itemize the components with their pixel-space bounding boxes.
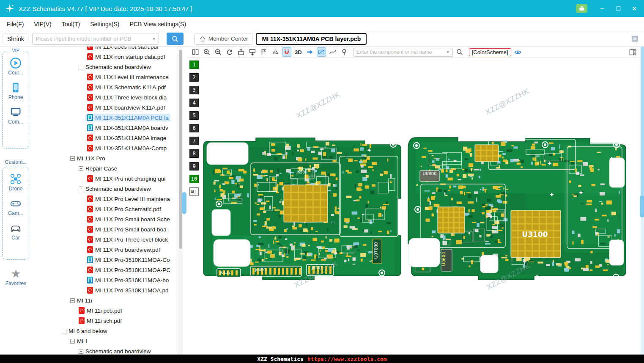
sidebar-item-gam[interactable]: Gam... bbox=[3, 197, 29, 216]
net-search-combobox[interactable]: ▼ bbox=[354, 48, 453, 57]
three-d-button[interactable]: 3D bbox=[293, 49, 303, 55]
tree-item[interactable]: MI 11X boardview K11A.pdf bbox=[32, 102, 178, 113]
sidebar-item-favorites[interactable]: ★ Favorites bbox=[0, 267, 32, 286]
member-center-button[interactable]: Member Center bbox=[195, 33, 253, 45]
tree-item[interactable]: −Schematic and boardview bbox=[32, 62, 178, 72]
tree-item[interactable]: MI 11X Pro Three level block bbox=[32, 234, 178, 245]
export-down-icon[interactable] bbox=[248, 47, 257, 57]
sidebar-item-car[interactable]: Car bbox=[3, 222, 29, 241]
zoom-in-icon[interactable] bbox=[202, 47, 211, 57]
model-search-input[interactable] bbox=[33, 36, 150, 42]
collapse-icon[interactable]: − bbox=[79, 65, 83, 69]
layer-button-9[interactable]: 9 bbox=[189, 162, 199, 170]
tree-item[interactable]: −Schematic and boardview bbox=[32, 184, 178, 194]
layer-button-5[interactable]: 5 bbox=[189, 111, 199, 120]
export-up-icon[interactable] bbox=[236, 47, 246, 57]
tree-item[interactable]: MI 11X-351K11AM0A boardv bbox=[32, 123, 178, 133]
tree-item[interactable]: MI 11X Pro Small board Sche bbox=[32, 214, 178, 224]
menu-item[interactable]: VIP(V) bbox=[29, 17, 56, 31]
net-search-input[interactable] bbox=[354, 49, 444, 55]
panel-toggle-icon[interactable] bbox=[628, 47, 637, 57]
layer-button-all[interactable]: ALL bbox=[189, 187, 199, 196]
tree-scrollbar-thumb[interactable] bbox=[179, 50, 182, 249]
tree-item[interactable]: MI 11X-351K11AM0A-Comp bbox=[32, 143, 178, 153]
tree-item[interactable]: MI 11X Pro Schematic.pdf bbox=[32, 204, 178, 214]
chevron-down-icon[interactable]: ▼ bbox=[150, 37, 159, 41]
layer-button-10[interactable]: 10 bbox=[189, 175, 199, 183]
viewer-scrollbar-thumb[interactable] bbox=[641, 47, 644, 207]
tree-item[interactable]: MI 11X Three level block dia bbox=[32, 92, 178, 102]
arrow-tool-icon[interactable] bbox=[305, 47, 315, 57]
collapse-icon[interactable]: − bbox=[79, 166, 83, 171]
search-button[interactable] bbox=[167, 33, 184, 45]
zoom-out-icon[interactable] bbox=[214, 47, 223, 57]
tree-item[interactable]: −MI 11X Pro bbox=[32, 153, 178, 163]
minimize-button[interactable]: − bbox=[597, 0, 607, 17]
flip-horizontal-icon[interactable] bbox=[271, 47, 280, 57]
layer-button-7[interactable]: 7 bbox=[189, 137, 199, 145]
layer-button-8[interactable]: 8 bbox=[189, 149, 199, 158]
collapse-icon[interactable]: − bbox=[70, 156, 75, 161]
eye-icon[interactable] bbox=[513, 47, 523, 57]
tree-item[interactable]: MI 11X Pro Level III maintena bbox=[32, 194, 178, 204]
refresh-icon[interactable] bbox=[225, 47, 234, 57]
layer-button-4[interactable]: 4 bbox=[189, 99, 199, 107]
tree-item[interactable]: MI 11X Pro-3510K11MOA-Co bbox=[32, 255, 178, 265]
pcb-canvas[interactable]: U3100U0800U0600U07000J6500J6400J6501J613… bbox=[187, 58, 641, 355]
vip-toolbox-icon[interactable] bbox=[576, 4, 587, 13]
collapse-icon[interactable]: − bbox=[79, 349, 83, 354]
sidebar-item-com[interactable]: Com... bbox=[3, 106, 29, 125]
curve-tool-icon[interactable] bbox=[328, 47, 337, 57]
layer-button-6[interactable]: 6 bbox=[189, 124, 199, 132]
menu-item[interactable]: Settings(S) bbox=[85, 17, 124, 31]
sidebar-item-drone[interactable]: Drone bbox=[3, 173, 29, 192]
tree-item[interactable]: −MI 11i bbox=[32, 295, 178, 305]
tree-item[interactable]: MI 11X Pro not charging qui bbox=[32, 173, 178, 184]
chevron-down-icon[interactable]: ▼ bbox=[444, 50, 452, 54]
collapse-icon[interactable]: − bbox=[70, 298, 75, 303]
tree-item[interactable]: MI 11X Pro Small board boa bbox=[32, 224, 178, 234]
close-button[interactable]: × bbox=[630, 0, 639, 17]
board-flip-icon[interactable] bbox=[317, 47, 326, 57]
tree-item[interactable]: MI 11X non startup data.pdf bbox=[32, 52, 178, 62]
tree-item[interactable]: −Repair Case bbox=[32, 163, 178, 173]
tree-item[interactable]: MI 11X Schematic K11A.pdf bbox=[32, 82, 178, 92]
menu-item[interactable]: File(F) bbox=[2, 17, 29, 31]
tree-item[interactable]: MI 11X-351K11AM0A PCB la bbox=[32, 113, 178, 123]
sidebar-item-cour[interactable]: Cour... bbox=[3, 57, 29, 76]
tree-item[interactable]: MI 11X Pro-3510K11MOA.pd bbox=[32, 285, 178, 295]
pan-tool-icon[interactable] bbox=[340, 47, 349, 57]
tree-item[interactable]: MI 11X Level III maintenance bbox=[32, 72, 178, 82]
collapse-icon[interactable]: − bbox=[70, 339, 75, 344]
tree-collapse-handle[interactable] bbox=[182, 192, 186, 214]
net-search-icon[interactable] bbox=[455, 47, 464, 57]
document-tab[interactable]: MI 11X-351K11AM0A PCB layer.pcb bbox=[256, 33, 367, 45]
tree-item[interactable]: MI 11X Pro-3510K11MOA-bo bbox=[32, 275, 178, 285]
flag-icon[interactable] bbox=[259, 47, 269, 57]
menu-item[interactable]: PCB View settings(S) bbox=[124, 17, 191, 31]
tree-item[interactable]: −Schematic and boardview bbox=[32, 346, 178, 355]
split-view-icon[interactable] bbox=[191, 47, 200, 57]
panel-expand-handle[interactable] bbox=[640, 195, 644, 217]
sidebar-item-phone[interactable]: Phone bbox=[3, 81, 29, 100]
tree-item[interactable]: MI 11i sch.pdf bbox=[32, 316, 178, 326]
tree-item[interactable]: −MI 1 bbox=[32, 336, 178, 346]
tree-item[interactable]: MI 11X Pro-3510K11MOA-PC bbox=[32, 265, 178, 275]
colorscheme-button[interactable]: [ColorScheme] bbox=[469, 48, 511, 56]
collapse-icon[interactable]: − bbox=[79, 187, 83, 191]
tree-item[interactable]: MI 11X-351K11AM0A image bbox=[32, 133, 178, 143]
magnet-icon[interactable] bbox=[282, 47, 291, 57]
shrink-button[interactable]: Shrink bbox=[3, 33, 29, 44]
maximize-button[interactable]: □ bbox=[614, 0, 623, 17]
tree-item[interactable]: MI 11X does not start.pdf bbox=[32, 47, 178, 52]
layer-button-1[interactable]: 1 bbox=[189, 60, 199, 69]
model-search-combobox[interactable]: ▼ bbox=[32, 33, 159, 45]
tree-item[interactable]: MI 11i pcb.pdf bbox=[32, 305, 178, 316]
tree-item[interactable]: −MI 6 and below bbox=[32, 326, 178, 336]
menu-item[interactable]: Tool(T) bbox=[57, 17, 85, 31]
collapse-icon[interactable]: − bbox=[62, 329, 66, 333]
layer-button-2[interactable]: 2 bbox=[189, 73, 199, 82]
close-document-icon[interactable] bbox=[631, 35, 639, 43]
layer-button-3[interactable]: 3 bbox=[189, 86, 199, 94]
tree-item[interactable]: MI 11X Pro boardview.pdf bbox=[32, 245, 178, 255]
